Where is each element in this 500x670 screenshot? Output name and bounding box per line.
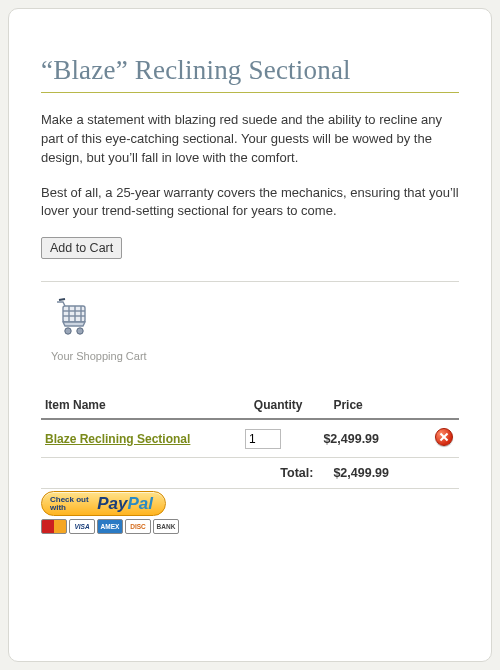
cart-table: Item Name Quantity Price Blaze Reclining… [41,392,459,489]
discover-icon: DISC [125,519,151,534]
cart-heading: Your Shopping Cart [51,350,459,362]
content-card: “Blaze” Reclining Sectional Make a state… [8,8,492,662]
add-to-cart-button[interactable]: Add to Cart [41,237,122,259]
col-item-name: Item Name [41,392,241,419]
col-price: Price [319,392,429,419]
bank-icon: BANK [153,519,179,534]
title-underline [41,92,459,93]
checkout-small-text: Check outwith [50,496,89,513]
visa-icon: VISA [69,519,95,534]
amex-icon: AMEX [97,519,123,534]
page-title: “Blaze” Reclining Sectional [41,55,459,86]
payment-method-icons: VISA AMEX DISC BANK [41,519,459,534]
col-remove [429,392,459,419]
description-paragraph-1: Make a statement with blazing red suede … [41,111,459,168]
col-quantity: Quantity [241,392,319,419]
mastercard-icon [41,519,67,534]
total-label: Total: [241,458,319,489]
checkout-area: Check outwith PayPal VISA AMEX DISC BANK [41,489,459,534]
cart-item-price: $2,499.99 [319,419,429,458]
cart-icon [51,298,459,342]
remove-item-button[interactable] [435,428,453,446]
section-divider [41,281,459,282]
paypal-logo: PayPal [97,495,153,512]
cart-total-row: Total: $2,499.99 [41,458,459,489]
quantity-input[interactable] [245,429,281,449]
description-paragraph-2: Best of all, a 25-year warranty covers t… [41,184,459,222]
paypal-checkout-button[interactable]: Check outwith PayPal [41,491,166,516]
total-value: $2,499.99 [319,458,429,489]
table-row: Blaze Reclining Sectional $2,499.99 [41,419,459,458]
cart-item-link[interactable]: Blaze Reclining Sectional [45,432,190,446]
svg-point-6 [65,328,71,334]
svg-point-7 [77,328,83,334]
